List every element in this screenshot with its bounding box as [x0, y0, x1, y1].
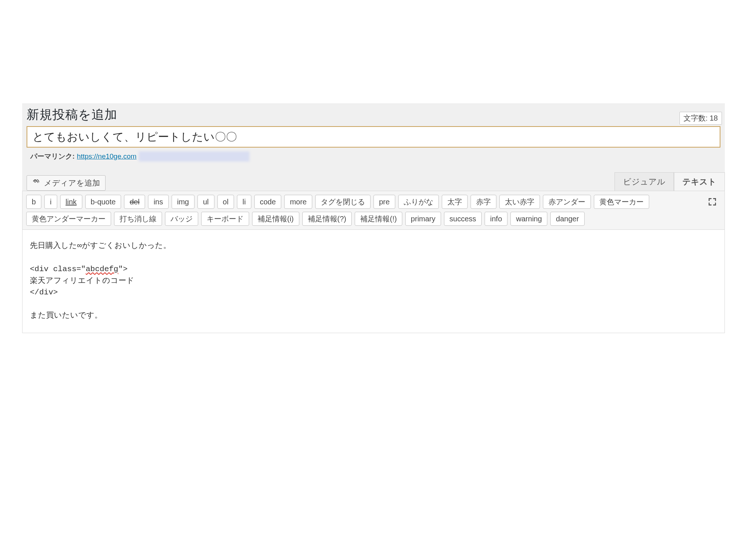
- add-media-button[interactable]: メディアを追加: [27, 175, 106, 191]
- tool-bold-button[interactable]: b: [26, 195, 41, 209]
- content-line-5: また買いたいです。: [30, 311, 102, 320]
- tool-red-button[interactable]: 赤字: [471, 195, 496, 209]
- permalink-link[interactable]: https://ne10ge.com: [77, 152, 137, 160]
- tool-badge-button[interactable]: バッジ: [165, 212, 198, 226]
- tool-del-button[interactable]: del: [124, 195, 145, 209]
- post-content-textarea[interactable]: 先日購入した∞がすごくおいしかった。 <div class="abcdefg">…: [22, 230, 725, 333]
- header-row: 新規投稿を追加 文字数: 18: [22, 103, 725, 126]
- char-count-label: 文字数:: [684, 114, 708, 122]
- content-line-1: 先日購入した∞がすごくおいしかった。: [30, 242, 171, 250]
- page-title: 新規投稿を追加: [27, 106, 117, 123]
- tool-ins-button[interactable]: ins: [148, 195, 169, 209]
- tool-yellow-under-marker-button[interactable]: 黄色アンダーマーカー: [26, 212, 111, 226]
- tool-supplement-ex-button[interactable]: 補足情報(!): [355, 212, 402, 226]
- tool-furigana-button[interactable]: ふりがな: [398, 195, 439, 209]
- tool-supplement-q-button[interactable]: 補足情報(?): [302, 212, 352, 226]
- character-count-badge: 文字数: 18: [679, 112, 722, 125]
- content-line-2-post: ">: [118, 265, 127, 273]
- char-count-value: 18: [710, 114, 718, 122]
- tool-bold-red-button[interactable]: 太い赤字: [499, 195, 540, 209]
- fullscreen-icon[interactable]: [708, 197, 717, 208]
- tool-more-button[interactable]: more: [284, 195, 312, 209]
- post-title-input[interactable]: [27, 126, 720, 148]
- tab-visual[interactable]: ビジュアル: [615, 172, 674, 191]
- tool-strikethrough-button[interactable]: 打ち消し線: [114, 212, 162, 226]
- content-line-2-class: abcdefg: [86, 265, 118, 273]
- tool-bold-ja-button[interactable]: 太字: [442, 195, 468, 209]
- tool-danger-button[interactable]: danger: [550, 212, 584, 226]
- tool-warning-button[interactable]: warning: [510, 212, 547, 226]
- tool-keyboard-button[interactable]: キーボード: [201, 212, 249, 226]
- tool-info-button[interactable]: info: [485, 212, 507, 226]
- tool-primary-button[interactable]: primary: [405, 212, 441, 226]
- tool-link-button[interactable]: link: [60, 195, 82, 209]
- content-line-2-pre: <div class=": [30, 265, 86, 273]
- content-line-3: 楽天アフィリエイトのコード: [30, 277, 134, 285]
- media-icon: [32, 178, 40, 188]
- permalink-label: パーマリンク:: [30, 152, 75, 161]
- editor-mode-tabs: ビジュアル テキスト: [615, 172, 725, 191]
- tool-yellow-marker-button[interactable]: 黄色マーカー: [594, 195, 649, 209]
- tool-img-button[interactable]: img: [172, 195, 195, 209]
- tool-ul-button[interactable]: ul: [197, 195, 214, 209]
- tool-italic-button[interactable]: i: [44, 195, 57, 209]
- tool-code-button[interactable]: code: [254, 195, 281, 209]
- editor-container: 新規投稿を追加 文字数: 18 パーマリンク: https://ne10ge.c…: [22, 103, 725, 333]
- tool-pre-button[interactable]: pre: [374, 195, 395, 209]
- tool-blockquote-button[interactable]: b-quote: [85, 195, 121, 209]
- content-line-4: </div>: [30, 288, 58, 297]
- tool-li-button[interactable]: li: [237, 195, 251, 209]
- add-media-label: メディアを追加: [44, 178, 100, 188]
- tool-closetags-button[interactable]: タグを閉じる: [315, 195, 371, 209]
- tool-red-under-button[interactable]: 赤アンダー: [543, 195, 591, 209]
- tool-success-button[interactable]: success: [444, 212, 482, 226]
- tab-text[interactable]: テキスト: [674, 172, 725, 191]
- permalink-slug-blurred: [139, 151, 249, 162]
- text-editor-toolbar: b i link b-quote del ins img ul ol li co…: [22, 191, 725, 230]
- tool-supplement-i-button[interactable]: 補足情報(i): [252, 212, 299, 226]
- tool-ol-button[interactable]: ol: [217, 195, 234, 209]
- media-tabs-row: メディアを追加 ビジュアル テキスト: [22, 172, 725, 191]
- permalink-row: パーマリンク: https://ne10ge.com: [30, 151, 720, 162]
